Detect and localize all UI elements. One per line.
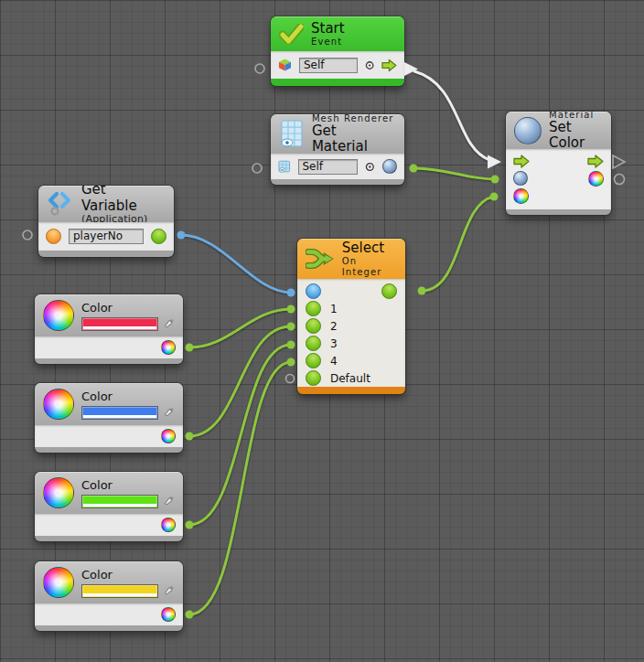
color-output-port[interactable]	[161, 607, 176, 622]
node-select-on-integer[interactable]: Select On Integer 1 2 3 4	[297, 239, 405, 394]
node-get-material[interactable]: Mesh Renderer Get Material Self	[271, 114, 404, 185]
option-label: 1	[330, 303, 338, 315]
eyedropper-icon[interactable]	[162, 495, 175, 508]
node-select-footer	[297, 387, 405, 394]
node-start-body: Self	[271, 51, 404, 79]
mesh-renderer-icon	[279, 120, 305, 149]
option-1-port[interactable]	[306, 301, 321, 316]
node-start-footer	[271, 79, 404, 86]
select-merge-icon	[306, 247, 335, 271]
wire-getmaterial-to-setcolor-material[interactable]	[410, 165, 499, 184]
node-color-1[interactable]: Color	[35, 294, 183, 364]
node-select-body: 1 2 3 4 Default	[297, 279, 405, 387]
node-get-material-header: Mesh Renderer Get Material	[271, 114, 404, 154]
color-output-port[interactable]	[588, 171, 604, 187]
mesh-renderer-small-icon	[278, 160, 291, 174]
color-output-port[interactable]	[161, 340, 176, 355]
value-output-port[interactable]	[151, 229, 166, 244]
variable-name-port[interactable]	[46, 229, 61, 244]
flow-output-port[interactable]	[587, 155, 604, 168]
material-input-port[interactable]	[513, 171, 528, 186]
node-set-color-header: Material Set Color	[506, 112, 611, 149]
node-start-header: Start Event	[271, 16, 404, 51]
selection-output-port[interactable]	[381, 283, 397, 299]
node-set-color[interactable]: Material Set Color	[506, 112, 611, 215]
color-wheel-icon	[43, 389, 74, 420]
node-subtitle: Event	[311, 37, 345, 48]
node-title: Color	[81, 390, 175, 403]
gameobject-cube-icon	[278, 58, 292, 72]
node-title: Select	[342, 240, 397, 256]
self-target-input[interactable]: Self	[298, 159, 359, 175]
unconnected-port-marker	[286, 375, 295, 383]
color-swatch[interactable]	[81, 317, 158, 331]
flow-input-port[interactable]	[513, 155, 530, 168]
node-set-color-footer	[506, 209, 611, 215]
eyedropper-icon[interactable]	[162, 406, 175, 420]
node-color-4[interactable]: Color	[35, 561, 183, 631]
node-subtitle: On Integer	[342, 256, 397, 277]
option-4-port[interactable]	[306, 353, 321, 368]
node-select-header: Select On Integer	[297, 239, 405, 279]
node-get-variable-header: Get Variable (Application)	[38, 186, 174, 222]
flow-output-port[interactable]	[381, 59, 397, 72]
color-input-port[interactable]	[513, 188, 529, 204]
node-set-color-body	[506, 149, 611, 209]
option-label: 2	[330, 320, 338, 333]
selector-input-port[interactable]	[306, 283, 321, 299]
check-icon	[279, 24, 304, 44]
unconnected-port-marker	[615, 175, 625, 185]
node-color-body	[35, 336, 183, 358]
node-title: Color	[81, 301, 175, 315]
node-color-header: Color	[35, 472, 183, 514]
material-output-port[interactable]	[382, 159, 397, 174]
select-option-row: 1	[297, 300, 405, 317]
node-color-header: Color	[35, 294, 183, 336]
variable-name-input[interactable]: playerNo	[69, 229, 144, 244]
node-color-footer	[35, 625, 183, 631]
node-color-2[interactable]: Color	[35, 383, 183, 453]
option-3-port[interactable]	[306, 336, 321, 351]
variable-icon	[47, 191, 74, 217]
node-title: Start	[311, 21, 345, 37]
graph-canvas[interactable]: Start Event Self	[0, 0, 644, 662]
node-color-body	[35, 425, 183, 447]
eyedropper-icon[interactable]	[162, 317, 175, 331]
target-icon[interactable]	[365, 162, 375, 172]
node-get-material-body: Self	[271, 154, 404, 179]
color-output-port[interactable]	[161, 429, 176, 443]
color-swatch[interactable]	[81, 584, 158, 598]
color-output-port[interactable]	[161, 518, 176, 532]
node-color-header: Color	[35, 383, 183, 425]
select-option-row: 2	[297, 317, 405, 335]
color-swatch[interactable]	[81, 495, 158, 508]
self-target-input[interactable]: Self	[299, 58, 358, 73]
eyedropper-icon[interactable]	[162, 584, 175, 598]
option-label: 3	[330, 337, 338, 350]
color-wheel-icon	[43, 300, 74, 331]
node-title: Get Material	[312, 123, 396, 155]
wire-select-to-setcolor-color[interactable]	[418, 193, 499, 295]
color-swatch[interactable]	[81, 406, 158, 420]
node-title: Color	[81, 478, 175, 492]
node-get-variable[interactable]: Get Variable (Application) playerNo	[38, 186, 174, 257]
node-color-footer	[35, 358, 183, 364]
target-icon[interactable]	[365, 60, 374, 70]
option-default-port[interactable]	[306, 370, 321, 386]
node-title: Set Color	[549, 120, 603, 152]
unconnected-port-marker	[23, 230, 32, 240]
select-selector-row	[297, 283, 405, 300]
unconnected-port-marker	[252, 164, 262, 173]
node-start-event[interactable]: Start Event Self	[271, 16, 404, 86]
wire-color4-to-select-4[interactable]	[186, 358, 295, 619]
select-option-row: 3	[297, 335, 405, 352]
node-title: Color	[81, 568, 175, 582]
node-get-variable-footer	[38, 251, 174, 257]
node-get-variable-body: playerNo	[38, 222, 174, 251]
wire-getvariable-to-select[interactable]	[177, 231, 295, 297]
node-color-3[interactable]: Color	[35, 472, 183, 541]
select-option-row: 4	[297, 352, 405, 369]
color-wheel-icon	[43, 567, 74, 598]
wire-start-to-setcolor-flow[interactable]	[404, 62, 501, 169]
option-2-port[interactable]	[306, 318, 321, 334]
